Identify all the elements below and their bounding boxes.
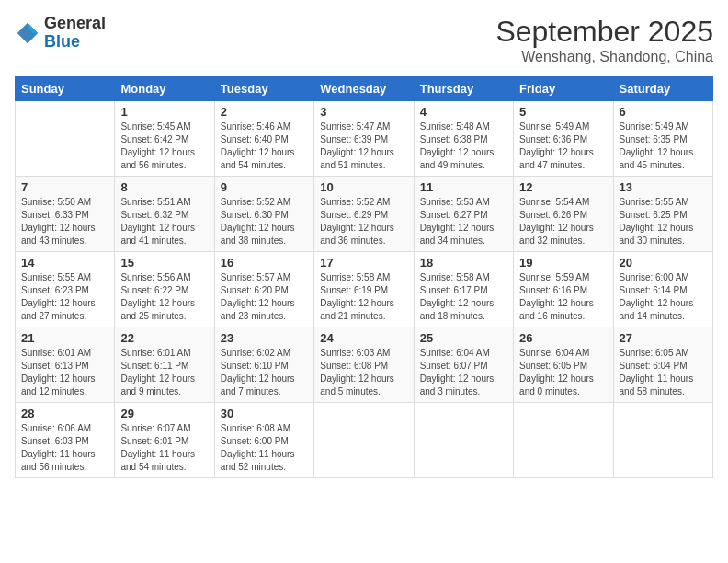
calendar-cell: 12Sunrise: 5:54 AM Sunset: 6:26 PM Dayli…: [514, 177, 613, 252]
day-number: 21: [21, 331, 108, 345]
day-info: Sunrise: 6:05 AM Sunset: 6:04 PM Dayligh…: [620, 347, 707, 398]
day-number: 4: [420, 105, 507, 119]
week-row-3: 14Sunrise: 5:55 AM Sunset: 6:23 PM Dayli…: [16, 252, 713, 327]
day-number: 29: [120, 407, 208, 420]
calendar-cell: 1Sunrise: 5:45 AM Sunset: 6:42 PM Daylig…: [115, 101, 214, 177]
weekday-header-friday: Friday: [514, 77, 613, 101]
day-info: Sunrise: 5:58 AM Sunset: 6:19 PM Dayligh…: [320, 271, 407, 323]
day-info: Sunrise: 6:01 AM Sunset: 6:13 PM Dayligh…: [21, 347, 108, 398]
calendar-cell: 27Sunrise: 6:05 AM Sunset: 6:04 PM Dayli…: [613, 327, 712, 403]
day-info: Sunrise: 5:47 AM Sunset: 6:39 PM Dayligh…: [320, 121, 407, 172]
week-row-5: 28Sunrise: 6:06 AM Sunset: 6:03 PM Dayli…: [16, 403, 713, 478]
day-number: 11: [420, 180, 507, 194]
day-number: 3: [320, 105, 407, 119]
weekday-header-tuesday: Tuesday: [214, 77, 313, 101]
calendar-cell: 22Sunrise: 6:01 AM Sunset: 6:11 PM Dayli…: [115, 327, 214, 403]
calendar-cell: [314, 403, 414, 478]
day-number: 8: [120, 180, 208, 194]
day-number: 17: [320, 256, 407, 270]
day-info: Sunrise: 5:57 AM Sunset: 6:20 PM Dayligh…: [221, 271, 308, 323]
page-header: General Blue September 2025 Wenshang, Sh…: [15, 15, 713, 65]
logo-general: General: [44, 15, 106, 33]
location-title: Wenshang, Shandong, China: [495, 49, 713, 65]
day-number: 6: [620, 105, 707, 119]
day-number: 14: [21, 256, 108, 270]
day-info: Sunrise: 6:02 AM Sunset: 6:10 PM Dayligh…: [221, 347, 308, 398]
day-info: Sunrise: 5:55 AM Sunset: 6:25 PM Dayligh…: [620, 196, 707, 247]
weekday-header-thursday: Thursday: [414, 77, 513, 101]
calendar-cell: 8Sunrise: 5:51 AM Sunset: 6:32 PM Daylig…: [115, 177, 214, 252]
day-info: Sunrise: 5:52 AM Sunset: 6:30 PM Dayligh…: [221, 196, 308, 247]
calendar-cell: 19Sunrise: 5:59 AM Sunset: 6:16 PM Dayli…: [514, 252, 613, 327]
weekday-header-wednesday: Wednesday: [314, 77, 414, 101]
day-number: 7: [21, 180, 108, 194]
day-info: Sunrise: 5:53 AM Sunset: 6:27 PM Dayligh…: [420, 196, 507, 247]
day-number: 10: [320, 180, 407, 194]
day-info: Sunrise: 5:45 AM Sunset: 6:42 PM Dayligh…: [120, 121, 208, 172]
calendar-cell: 20Sunrise: 6:00 AM Sunset: 6:14 PM Dayli…: [613, 252, 712, 327]
calendar-cell: 24Sunrise: 6:03 AM Sunset: 6:08 PM Dayli…: [314, 327, 414, 403]
calendar-cell: 2Sunrise: 5:46 AM Sunset: 6:40 PM Daylig…: [214, 101, 313, 177]
day-info: Sunrise: 5:48 AM Sunset: 6:38 PM Dayligh…: [420, 121, 507, 172]
day-info: Sunrise: 5:55 AM Sunset: 6:23 PM Dayligh…: [21, 271, 108, 323]
calendar-cell: 18Sunrise: 5:58 AM Sunset: 6:17 PM Dayli…: [414, 252, 513, 327]
day-info: Sunrise: 6:00 AM Sunset: 6:14 PM Dayligh…: [620, 271, 707, 323]
calendar-cell: 29Sunrise: 6:07 AM Sunset: 6:01 PM Dayli…: [115, 403, 214, 478]
calendar-cell: 25Sunrise: 6:04 AM Sunset: 6:07 PM Dayli…: [414, 327, 513, 403]
day-info: Sunrise: 5:52 AM Sunset: 6:29 PM Dayligh…: [320, 196, 407, 247]
day-info: Sunrise: 5:50 AM Sunset: 6:33 PM Dayligh…: [21, 196, 108, 247]
calendar-cell: 3Sunrise: 5:47 AM Sunset: 6:39 PM Daylig…: [314, 101, 414, 177]
day-number: 13: [620, 180, 707, 194]
day-number: 18: [420, 256, 507, 270]
week-row-4: 21Sunrise: 6:01 AM Sunset: 6:13 PM Dayli…: [16, 327, 713, 403]
calendar-cell: 17Sunrise: 5:58 AM Sunset: 6:19 PM Dayli…: [314, 252, 414, 327]
calendar-cell: 7Sunrise: 5:50 AM Sunset: 6:33 PM Daylig…: [16, 177, 115, 252]
day-info: Sunrise: 5:49 AM Sunset: 6:36 PM Dayligh…: [519, 121, 607, 172]
month-title: September 2025: [495, 15, 713, 49]
day-info: Sunrise: 6:08 AM Sunset: 6:00 PM Dayligh…: [221, 422, 308, 474]
logo-blue: Blue: [44, 33, 106, 52]
day-number: 30: [221, 407, 308, 420]
day-info: Sunrise: 6:04 AM Sunset: 6:07 PM Dayligh…: [420, 347, 507, 398]
calendar-cell: 5Sunrise: 5:49 AM Sunset: 6:36 PM Daylig…: [514, 101, 613, 177]
calendar-cell: [514, 403, 613, 478]
day-number: 23: [221, 331, 308, 345]
calendar-cell: 11Sunrise: 5:53 AM Sunset: 6:27 PM Dayli…: [414, 177, 513, 252]
day-number: 1: [120, 105, 208, 119]
day-info: Sunrise: 6:03 AM Sunset: 6:08 PM Dayligh…: [320, 347, 407, 398]
calendar-cell: 26Sunrise: 6:04 AM Sunset: 6:05 PM Dayli…: [514, 327, 613, 403]
day-number: 12: [519, 180, 607, 194]
calendar-cell: 21Sunrise: 6:01 AM Sunset: 6:13 PM Dayli…: [16, 327, 115, 403]
calendar-cell: [16, 101, 115, 177]
week-row-2: 7Sunrise: 5:50 AM Sunset: 6:33 PM Daylig…: [16, 177, 713, 252]
day-number: 2: [221, 105, 308, 119]
day-info: Sunrise: 6:06 AM Sunset: 6:03 PM Dayligh…: [21, 422, 108, 474]
week-row-1: 1Sunrise: 5:45 AM Sunset: 6:42 PM Daylig…: [16, 101, 713, 177]
calendar-cell: 10Sunrise: 5:52 AM Sunset: 6:29 PM Dayli…: [314, 177, 414, 252]
day-number: 22: [120, 331, 208, 345]
day-info: Sunrise: 5:58 AM Sunset: 6:17 PM Dayligh…: [420, 271, 507, 323]
calendar-cell: 4Sunrise: 5:48 AM Sunset: 6:38 PM Daylig…: [414, 101, 513, 177]
calendar-cell: 9Sunrise: 5:52 AM Sunset: 6:30 PM Daylig…: [214, 177, 313, 252]
day-info: Sunrise: 5:49 AM Sunset: 6:35 PM Dayligh…: [620, 121, 707, 172]
day-info: Sunrise: 6:04 AM Sunset: 6:05 PM Dayligh…: [519, 347, 607, 398]
calendar-cell: 14Sunrise: 5:55 AM Sunset: 6:23 PM Dayli…: [16, 252, 115, 327]
logo: General Blue: [15, 15, 106, 52]
day-number: 15: [120, 256, 208, 270]
day-info: Sunrise: 6:07 AM Sunset: 6:01 PM Dayligh…: [120, 422, 208, 474]
calendar-cell: 28Sunrise: 6:06 AM Sunset: 6:03 PM Dayli…: [16, 403, 115, 478]
weekday-header-sunday: Sunday: [16, 77, 115, 101]
logo-icon: [15, 20, 40, 46]
calendar-cell: 23Sunrise: 6:02 AM Sunset: 6:10 PM Dayli…: [214, 327, 313, 403]
weekday-header-monday: Monday: [115, 77, 214, 101]
day-info: Sunrise: 6:01 AM Sunset: 6:11 PM Dayligh…: [120, 347, 208, 398]
day-info: Sunrise: 5:46 AM Sunset: 6:40 PM Dayligh…: [221, 121, 308, 172]
day-number: 19: [519, 256, 607, 270]
calendar-cell: [414, 403, 513, 478]
weekday-header-row: SundayMondayTuesdayWednesdayThursdayFrid…: [16, 77, 713, 101]
day-number: 28: [21, 407, 108, 420]
calendar-cell: 13Sunrise: 5:55 AM Sunset: 6:25 PM Dayli…: [613, 177, 712, 252]
calendar-cell: 16Sunrise: 5:57 AM Sunset: 6:20 PM Dayli…: [214, 252, 313, 327]
calendar-cell: 15Sunrise: 5:56 AM Sunset: 6:22 PM Dayli…: [115, 252, 214, 327]
day-number: 16: [221, 256, 308, 270]
